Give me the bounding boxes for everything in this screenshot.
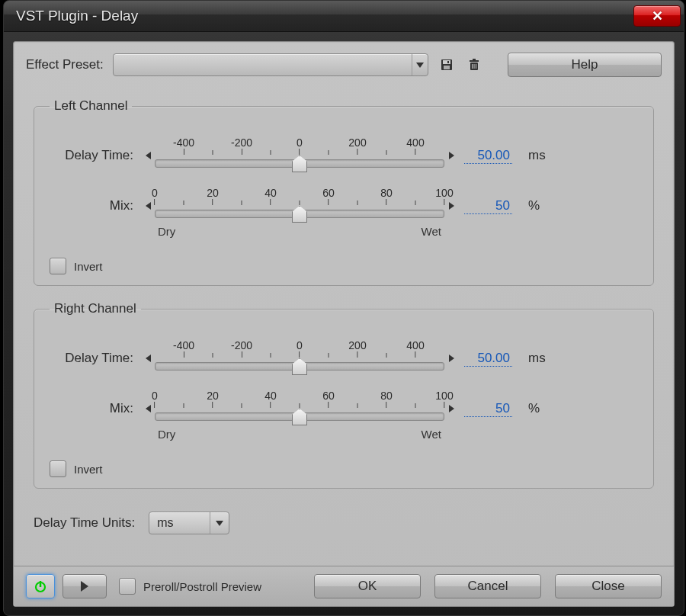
- delay-units-value: ms: [157, 516, 173, 530]
- arrow-left-icon: [146, 355, 151, 362]
- right-delay-label: Delay Time:: [50, 351, 141, 366]
- right-invert-label: Invert: [74, 463, 103, 476]
- left-channel-legend: Left Channel: [50, 98, 132, 114]
- delete-preset-button[interactable]: [465, 56, 483, 74]
- content-area: Left Channel Delay Time: -400-2000200400…: [14, 88, 674, 566]
- svg-rect-3: [447, 61, 449, 63]
- delay-units-row: Delay Time Units: ms: [34, 512, 654, 534]
- trash-icon: [466, 57, 482, 72]
- right-delay-value[interactable]: 50.00: [464, 351, 512, 367]
- delay-units-label: Delay Time Units:: [34, 515, 135, 531]
- preset-label: Effect Preset:: [26, 57, 104, 72]
- left-mix-slider[interactable]: 020406080100: [155, 187, 444, 225]
- right-mix-unit: %: [528, 401, 550, 416]
- left-delay-dec[interactable]: [141, 152, 155, 159]
- left-delay-value[interactable]: 50.00: [464, 148, 512, 164]
- preroll-label: Preroll/Postroll Preview: [143, 580, 261, 593]
- cancel-button-label: Cancel: [468, 579, 508, 594]
- left-delay-inc[interactable]: [444, 152, 458, 159]
- arrow-left-icon: [146, 405, 151, 412]
- preroll-checkbox[interactable]: [119, 578, 136, 595]
- left-delay-unit: ms: [528, 148, 550, 163]
- left-mix-row: Mix: 020406080100 50 %: [50, 187, 638, 225]
- main-panel: Effect Preset:: [13, 41, 675, 607]
- left-invert-checkbox[interactable]: [50, 258, 66, 274]
- footer-bar: Preroll/Postroll Preview OK Cancel Close: [14, 566, 674, 606]
- preview-play-button[interactable]: [63, 574, 107, 598]
- right-delay-slider[interactable]: -400-2000200400: [155, 339, 444, 377]
- preset-dropdown-arrow[interactable]: [412, 54, 428, 75]
- power-toggle[interactable]: [26, 574, 55, 598]
- right-mix-label: Mix:: [50, 401, 141, 416]
- right-channel-legend: Right Channel: [50, 301, 141, 316]
- arrow-left-icon: [146, 152, 151, 159]
- right-mix-row: Mix: 020406080100 50 %: [50, 390, 638, 428]
- close-window-button[interactable]: ✕: [633, 5, 681, 27]
- left-mix-label: Mix:: [50, 198, 141, 213]
- left-invert-label: Invert: [74, 260, 103, 273]
- right-mix-dry-label: Dry: [158, 428, 175, 441]
- right-mix-value[interactable]: 50: [464, 401, 512, 417]
- svg-rect-5: [470, 60, 479, 62]
- left-delay-slider[interactable]: -400-2000200400: [155, 136, 444, 175]
- arrow-right-icon: [449, 355, 454, 362]
- ok-button-label: OK: [358, 579, 377, 594]
- left-mix-unit: %: [528, 198, 550, 213]
- right-delay-inc[interactable]: [444, 355, 458, 362]
- close-icon: ✕: [652, 8, 663, 24]
- close-button-label: Close: [591, 579, 624, 594]
- svg-rect-1: [443, 60, 450, 64]
- left-invert-row: Invert: [50, 258, 638, 274]
- close-button[interactable]: Close: [555, 574, 662, 598]
- svg-rect-6: [473, 59, 476, 60]
- help-button[interactable]: Help: [508, 53, 662, 77]
- arrow-left-icon: [146, 202, 151, 210]
- save-preset-button[interactable]: [438, 56, 456, 74]
- cancel-button[interactable]: Cancel: [434, 574, 541, 598]
- left-delay-label: Delay Time:: [50, 148, 141, 163]
- right-delay-row: Delay Time: -400-2000200400 50.00 ms: [50, 339, 638, 377]
- dialog-window: VST Plugin - Delay ✕ Effect Preset:: [3, 0, 684, 616]
- arrow-right-icon: [449, 152, 454, 159]
- left-mix-wet-label: Wet: [422, 225, 441, 238]
- left-mix-value[interactable]: 50: [464, 198, 512, 214]
- chevron-down-icon: [416, 63, 424, 68]
- preset-row: Effect Preset:: [14, 42, 674, 88]
- left-delay-row: Delay Time: -400-2000200400 50.00 ms: [50, 136, 638, 175]
- ok-button[interactable]: OK: [314, 574, 421, 598]
- help-button-label: Help: [572, 57, 598, 72]
- window-title: VST Plugin - Delay: [16, 8, 138, 24]
- title-bar[interactable]: VST Plugin - Delay ✕: [4, 1, 684, 32]
- svg-rect-2: [444, 66, 450, 69]
- right-mix-wet-label: Wet: [422, 428, 441, 441]
- right-delay-unit: ms: [528, 351, 550, 366]
- right-mix-slider[interactable]: 020406080100: [155, 390, 444, 428]
- left-channel-group: Left Channel Delay Time: -400-2000200400…: [34, 98, 654, 286]
- right-channel-group: Right Channel Delay Time: -400-200020040…: [34, 301, 654, 489]
- chevron-down-icon: [216, 521, 223, 526]
- play-icon: [81, 581, 88, 592]
- right-invert-checkbox[interactable]: [50, 460, 66, 477]
- delay-units-combo[interactable]: ms: [149, 512, 229, 534]
- preset-combo[interactable]: [113, 53, 428, 76]
- right-delay-dec[interactable]: [141, 355, 155, 362]
- left-mix-dry-label: Dry: [158, 225, 175, 238]
- right-invert-row: Invert: [50, 460, 638, 477]
- delay-units-arrow[interactable]: [210, 512, 229, 534]
- save-icon: [439, 57, 454, 72]
- power-icon: [33, 579, 48, 594]
